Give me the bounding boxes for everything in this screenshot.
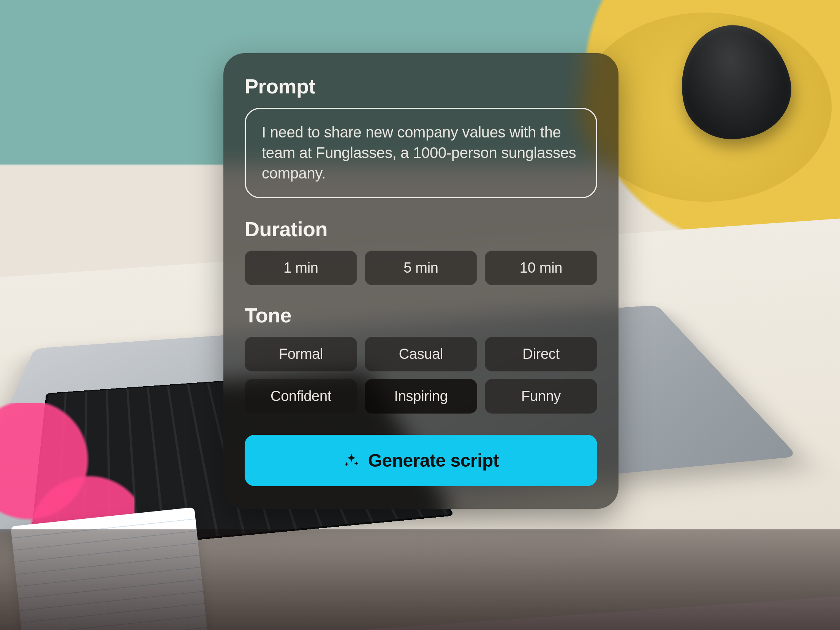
tone-section-title: Tone	[245, 303, 597, 327]
duration-option-5min[interactable]: 5 min	[365, 251, 477, 285]
generate-script-label: Generate script	[368, 450, 499, 471]
tone-option-direct[interactable]: Direct	[485, 337, 597, 371]
background-under-desk-shadow	[0, 529, 840, 630]
duration-options: 1 min 5 min 10 min	[245, 251, 597, 285]
duration-section-title: Duration	[245, 217, 597, 241]
duration-option-1min[interactable]: 1 min	[245, 251, 357, 285]
prompt-section-title: Prompt	[245, 74, 597, 98]
tone-option-confident[interactable]: Confident	[245, 379, 357, 414]
tone-option-formal[interactable]: Formal	[245, 337, 357, 371]
tone-option-casual[interactable]: Casual	[365, 337, 477, 371]
script-generator-card: Prompt I need to share new company value…	[223, 53, 619, 509]
tone-options: Formal Casual Direct Confident Inspiring…	[245, 337, 597, 414]
prompt-input[interactable]: I need to share new company values with …	[245, 108, 597, 198]
tone-option-inspiring[interactable]: Inspiring	[365, 379, 477, 414]
generate-script-button[interactable]: Generate script	[245, 435, 597, 486]
sparkle-icon	[343, 452, 360, 469]
duration-option-10min[interactable]: 10 min	[485, 251, 597, 285]
tone-option-funny[interactable]: Funny	[485, 379, 597, 414]
